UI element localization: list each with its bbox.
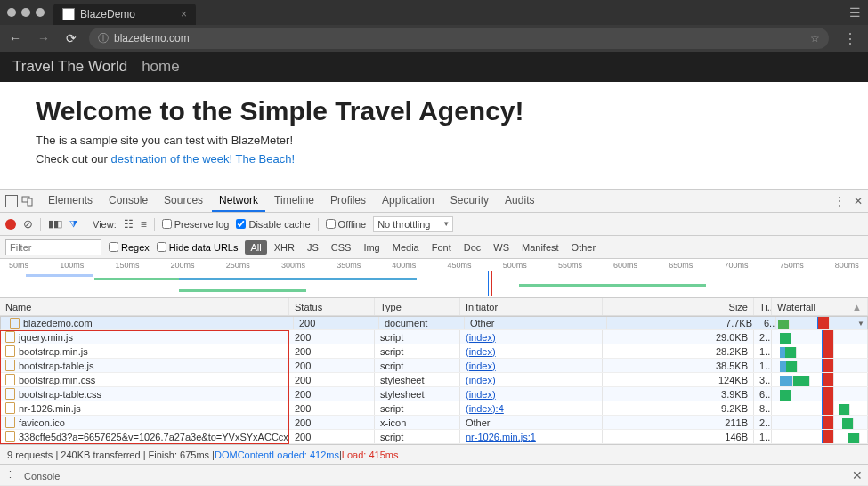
row-size: 146B bbox=[603, 430, 754, 443]
row-name: bootstrap-table.js bbox=[19, 360, 93, 371]
devtools-tab-audits[interactable]: Audits bbox=[498, 190, 541, 212]
drawer-menu-icon[interactable]: ⋮ bbox=[5, 469, 15, 481]
url-text: blazedemo.com bbox=[114, 32, 190, 45]
maximize-window-icon[interactable] bbox=[36, 8, 45, 17]
extension-icon[interactable]: ☰ bbox=[849, 5, 861, 20]
screenshot-icon[interactable]: ▮◧ bbox=[48, 218, 62, 230]
timeline-tick: 450ms bbox=[448, 261, 472, 270]
type-filter-css[interactable]: CSS bbox=[326, 240, 357, 255]
timeline-tick: 150ms bbox=[115, 261, 139, 270]
filter-input[interactable] bbox=[5, 239, 101, 255]
row-initiator[interactable]: (index):4 bbox=[460, 401, 603, 415]
th-type[interactable]: Type bbox=[375, 298, 460, 315]
table-row[interactable]: blazedemo.com200documentOther7.7KB6... bbox=[0, 316, 868, 330]
row-status: 200 bbox=[289, 359, 375, 372]
table-row[interactable]: bootstrap.min.css200stylesheet(index)124… bbox=[0, 373, 868, 387]
row-type: script bbox=[375, 330, 460, 344]
clear-button[interactable]: ⊘ bbox=[23, 217, 33, 231]
table-row[interactable]: bootstrap.min.js200script(index)28.2KB1.… bbox=[0, 344, 868, 359]
row-initiator[interactable]: (index) bbox=[460, 330, 603, 344]
minimize-window-icon[interactable] bbox=[21, 8, 30, 17]
back-button[interactable]: ← bbox=[5, 31, 25, 45]
row-initiator[interactable]: (index) bbox=[460, 373, 603, 386]
th-initiator[interactable]: Initiator bbox=[460, 298, 603, 315]
timeline-tick: 550ms bbox=[558, 261, 582, 270]
bookmark-icon[interactable]: ☆ bbox=[810, 32, 820, 45]
devtools-tab-sources[interactable]: Sources bbox=[157, 190, 210, 212]
throttle-select[interactable]: No throttling bbox=[373, 216, 453, 232]
close-window-icon[interactable] bbox=[7, 8, 16, 17]
th-name[interactable]: Name bbox=[0, 298, 289, 315]
devtools-close-icon[interactable]: ✕ bbox=[854, 195, 863, 207]
file-icon bbox=[5, 360, 15, 371]
type-filter-xhr[interactable]: XHR bbox=[269, 240, 300, 255]
type-filter-manifest[interactable]: Manifest bbox=[516, 240, 564, 255]
browser-tab[interactable]: BlazeDemo × bbox=[53, 4, 196, 25]
table-row[interactable]: nr-1026.min.js200script(index):49.2KB8..… bbox=[0, 401, 868, 416]
disable-cache-checkbox[interactable]: Disable cache bbox=[236, 219, 310, 230]
th-time[interactable]: Ti... bbox=[754, 298, 772, 315]
devtools-tab-profiles[interactable]: Profiles bbox=[323, 190, 373, 212]
row-initiator[interactable]: (index) bbox=[460, 387, 603, 401]
devtools-tab-security[interactable]: Security bbox=[443, 190, 496, 212]
devtools-tab-elements[interactable]: Elements bbox=[41, 190, 100, 212]
tab-close-icon[interactable]: × bbox=[181, 8, 187, 20]
row-name: blazedemo.com bbox=[23, 318, 93, 328]
regex-checkbox[interactable]: Regex bbox=[109, 242, 150, 253]
type-filter-font[interactable]: Font bbox=[426, 240, 457, 255]
browser-menu-icon[interactable]: ⋮ bbox=[838, 30, 863, 47]
type-filter-img[interactable]: Img bbox=[358, 240, 385, 255]
nav-home-link[interactable]: home bbox=[142, 58, 180, 76]
type-filter-all[interactable]: All bbox=[245, 240, 266, 255]
devtools-menu-icon[interactable]: ⋮ bbox=[834, 195, 845, 207]
row-initiator[interactable]: nr-1026.min.js:1 bbox=[460, 430, 603, 443]
row-type: script bbox=[375, 359, 460, 372]
view-large-icon[interactable]: ☷ bbox=[124, 218, 134, 231]
row-time: 1... bbox=[754, 359, 772, 372]
row-name: nr-1026.min.js bbox=[19, 403, 81, 414]
table-row[interactable]: 338cffe5d3?a=6657625&v=1026.7a27a3e&to=Y… bbox=[0, 430, 868, 444]
drawer-console-tab[interactable]: Console bbox=[15, 466, 69, 484]
timeline-tick: 700ms bbox=[724, 261, 748, 270]
hide-data-urls-checkbox[interactable]: Hide data URLs bbox=[157, 242, 239, 253]
drawer-close-icon[interactable]: ✕ bbox=[852, 468, 863, 482]
preserve-log-checkbox[interactable]: Preserve log bbox=[162, 219, 230, 230]
type-filters: AllXHRJSCSSImgMediaFontDocWSManifestOthe… bbox=[245, 240, 601, 255]
device-toggle-icon[interactable] bbox=[21, 195, 34, 207]
table-row[interactable]: bootstrap-table.js200script(index)38.5KB… bbox=[0, 359, 868, 373]
page-cta: Check out our destination of the week! T… bbox=[36, 152, 832, 166]
row-initiator[interactable]: (index) bbox=[460, 344, 603, 358]
network-timeline[interactable]: 50ms100ms150ms200ms250ms300ms350ms400ms4… bbox=[0, 259, 868, 298]
inspect-element-icon[interactable] bbox=[5, 195, 18, 207]
offline-checkbox[interactable]: Offline bbox=[326, 219, 367, 230]
devtools-tab-console[interactable]: Console bbox=[101, 190, 155, 212]
th-status[interactable]: Status bbox=[289, 298, 375, 315]
th-waterfall[interactable]: Waterfall▲ bbox=[772, 298, 868, 315]
type-filter-media[interactable]: Media bbox=[387, 240, 425, 255]
view-small-icon[interactable]: ≡ bbox=[141, 218, 147, 231]
url-input[interactable]: ⓘ blazedemo.com ☆ bbox=[89, 28, 829, 49]
row-type: stylesheet bbox=[375, 373, 460, 386]
record-button[interactable] bbox=[5, 219, 16, 230]
devtools-tab-timeline[interactable]: Timeline bbox=[267, 190, 321, 212]
th-size[interactable]: Size bbox=[603, 298, 754, 315]
row-initiator[interactable]: (index) bbox=[460, 359, 603, 372]
type-filter-ws[interactable]: WS bbox=[488, 240, 515, 255]
type-filter-doc[interactable]: Doc bbox=[458, 240, 487, 255]
filter-toggle-icon[interactable]: ⧩ bbox=[69, 218, 77, 230]
site-info-icon[interactable]: ⓘ bbox=[98, 31, 109, 46]
destination-link[interactable]: destination of the week! The Beach! bbox=[111, 152, 295, 166]
type-filter-js[interactable]: JS bbox=[302, 240, 324, 255]
view-label: View: bbox=[93, 219, 117, 230]
devtools-tab-application[interactable]: Application bbox=[375, 190, 442, 212]
type-filter-other[interactable]: Other bbox=[566, 240, 602, 255]
forward-button[interactable]: → bbox=[34, 31, 53, 45]
devtools-tab-network[interactable]: Network bbox=[212, 190, 265, 212]
table-row[interactable]: jquery.min.js200script(index)29.0KB2... bbox=[0, 330, 868, 344]
row-size: 124KB bbox=[603, 373, 754, 386]
row-waterfall bbox=[772, 344, 868, 358]
reload-button[interactable]: ⟳ bbox=[62, 31, 80, 45]
table-row[interactable]: bootstrap-table.css200stylesheet(index)3… bbox=[0, 387, 868, 401]
site-brand[interactable]: Travel The World bbox=[12, 58, 127, 76]
table-row[interactable]: favicon.ico200x-iconOther211B2... bbox=[0, 416, 868, 430]
